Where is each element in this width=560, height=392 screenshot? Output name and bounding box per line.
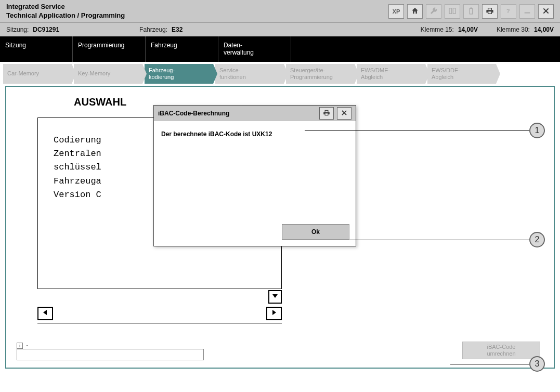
battery-button [463,4,479,19]
ibac-calculate-button[interactable]: iBAC-Code umrechnen [462,342,540,359]
svg-rect-3 [471,7,472,8]
title-bar: Integrated Service Technical Application… [0,0,560,23]
svg-rect-1 [453,8,455,14]
svg-rect-2 [470,8,472,14]
sub-tabs: Car-Memory Key-Memory Fahrzeug- kodierun… [0,62,560,86]
print-button[interactable] [482,4,498,19]
xp-button[interactable]: XP [388,4,404,19]
dialog-message: Der berechnete iBAC-Kode ist UXK12 [161,130,348,138]
close-icon [542,7,550,16]
tab-fahrzeug[interactable]: Fahrzeug [146,36,218,62]
svg-rect-5 [525,12,530,13]
ibac-input[interactable] [17,349,204,360]
sitzung-label: Sitzung: [6,26,29,33]
close-icon [341,109,348,118]
subtab-ews-dde[interactable]: EWS/DDE- Abgleich [427,64,496,84]
callout-line-3 [450,364,529,364]
dialog-print-button[interactable] [319,107,334,120]
triangle-right-icon [271,309,277,317]
subtab-steuergeraete[interactable]: Steuergeräte- Programmierung [286,64,355,84]
main-tabs: Sitzung Programmierung Fahrzeug Daten- v… [0,36,560,62]
subtab-fahrzeugkodierung[interactable]: Fahrzeug- kodierung [145,64,213,84]
tab-datenverwaltung[interactable]: Daten- verwaltung [218,36,291,62]
app-title-line1: Integrated Service [6,3,388,11]
footer-dash: - [26,342,28,349]
minimize-button [519,4,535,19]
callout-3: 3 [529,356,545,372]
prev-button[interactable] [37,307,53,320]
callout-2: 2 [529,232,545,247]
triangle-down-icon [272,293,278,300]
ibac-dialog: iBAC-Code-Berechnung Der berechnete iBAC… [153,105,356,246]
help-button: ? [501,4,516,19]
tab-sitzung[interactable]: Sitzung [0,36,73,62]
triangle-left-icon [42,309,48,317]
wrench-icon [429,7,438,16]
minimize-icon [523,7,531,16]
scroll-down-button[interactable] [268,290,282,304]
callout-line-1 [305,130,529,131]
dialog-title: iBAC-Code-Berechnung [158,110,229,117]
svg-rect-0 [449,8,452,14]
print-icon [486,7,494,16]
divider [37,323,282,324]
fahrzeug-value: E32 [172,26,183,33]
callout-line-2 [349,240,529,240]
svg-text:?: ? [506,8,510,14]
fahrzeug-label: Fahrzeug: [139,26,167,33]
wrench-button [426,4,441,19]
info-icon: i [17,343,23,349]
app-title: Integrated Service Technical Application… [6,3,388,20]
app-title-line2: Technical Application / Programming [6,11,388,20]
tab-empty [291,36,560,62]
subtab-ews-dme[interactable]: EWS/DME- Abgleich [357,64,425,84]
info-bar: Sitzung: DC91291 Fahrzeug: E32 Klemme 15… [0,23,560,36]
klemme30-value: 14,00V [534,26,554,33]
columns-button [445,4,460,19]
home-button[interactable] [407,4,423,19]
next-button[interactable] [266,307,282,320]
klemme15-value: 14,00V [458,26,478,33]
subtab-car-memory[interactable]: Car-Memory [3,64,72,84]
close-button[interactable] [538,4,554,19]
dialog-titlebar: iBAC-Code-Berechnung [154,106,356,121]
klemme15-label: Klemme 15: [421,26,454,33]
tab-programmierung[interactable]: Programmierung [73,36,146,62]
subtab-key-memory[interactable]: Key-Memory [74,64,142,84]
sitzung-value: DC91291 [33,26,59,33]
help-icon: ? [504,7,513,16]
dialog-ok-button[interactable]: Ok [282,224,349,240]
dialog-close-button[interactable] [337,107,351,120]
columns-icon [448,7,457,16]
print-icon [323,109,330,118]
home-icon [411,7,419,16]
subtab-servicefunktionen[interactable]: Service- funktionen [215,64,284,84]
battery-icon [467,7,475,16]
callout-1: 1 [529,123,545,138]
klemme30-label: Klemme 30: [497,26,530,33]
